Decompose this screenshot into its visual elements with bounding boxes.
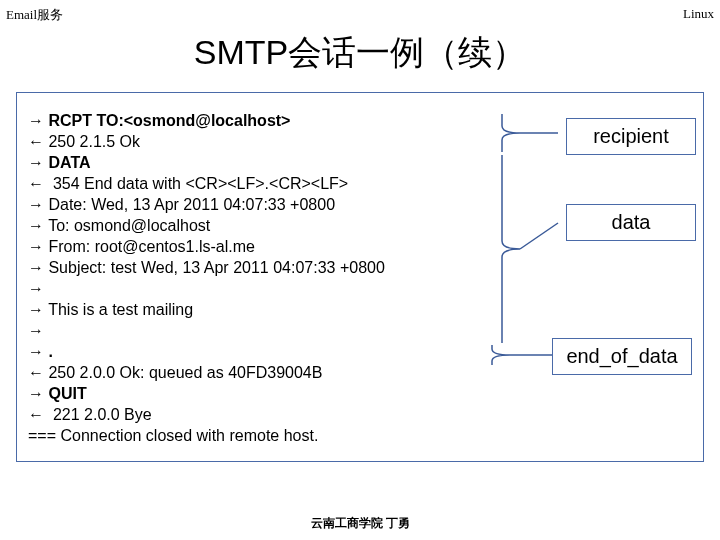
label-end: end_of_data — [552, 338, 692, 375]
line-14-pre: → — [28, 385, 48, 402]
label-recipient: recipient — [566, 118, 696, 155]
line-3-cmd: DATA — [48, 154, 90, 171]
bracket-data-icon — [500, 153, 560, 345]
footer-text: 云南工商学院 丁勇 — [0, 515, 720, 532]
header-left: Email服务 — [6, 6, 63, 24]
line-8: → Subject: test Wed, 13 Apr 2011 04:07:3… — [28, 259, 385, 276]
line-2: ← 250 2.1.5 Ok — [28, 133, 140, 150]
line-12-dot: . — [48, 343, 52, 360]
line-5: → Date: Wed, 13 Apr 2011 04:07:33 +0800 — [28, 196, 335, 213]
bracket-end-icon — [490, 343, 560, 367]
bracket-recipient-icon — [500, 112, 560, 154]
line-14-cmd: QUIT — [48, 385, 86, 402]
label-data: data — [566, 204, 696, 241]
line-1-pre: → — [28, 112, 48, 129]
line-10: → This is a test mailing — [28, 301, 193, 318]
line-3-pre: → — [28, 154, 48, 171]
line-9: → — [28, 280, 44, 297]
line-7: → From: root@centos1.ls-al.me — [28, 238, 255, 255]
line-15: ← 221 2.0.0 Bye — [28, 406, 152, 423]
line-16: === Connection closed with remote host. — [28, 427, 318, 444]
header-right: Linux — [683, 6, 714, 22]
line-1-cmd: RCPT TO:<osmond@localhost> — [48, 112, 290, 129]
line-11: → — [28, 322, 44, 339]
line-4: ← 354 End data with <CR><LF>.<CR><LF> — [28, 175, 348, 192]
smtp-session-text: → RCPT TO:<osmond@localhost> ← 250 2.1.5… — [28, 110, 385, 446]
line-12-pre: → — [28, 343, 48, 360]
svg-line-1 — [520, 223, 558, 249]
slide-title: SMTP会话一例（续） — [0, 30, 720, 76]
line-6: → To: osmond@localhost — [28, 217, 210, 234]
line-13: ← 250 2.0.0 Ok: queued as 40FD39004B — [28, 364, 322, 381]
